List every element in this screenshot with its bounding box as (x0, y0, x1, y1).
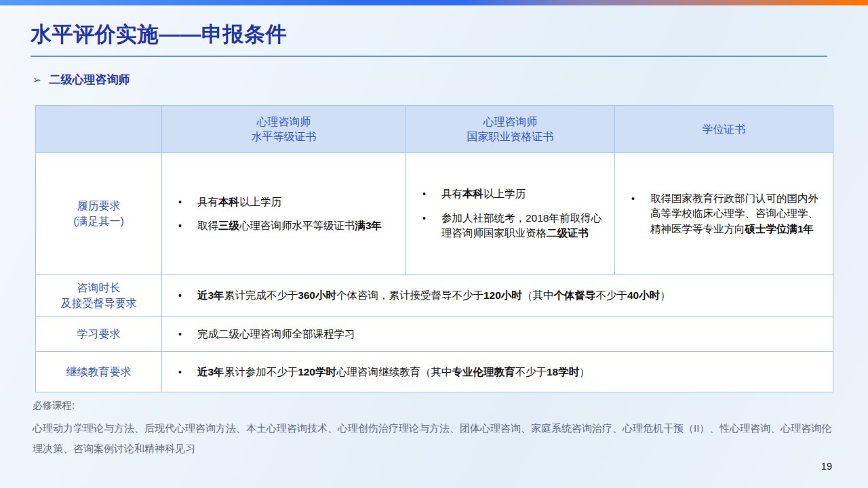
bullet-item: •近3年累计完成不少于360小时个体咨询，累计接受督导不少于120小时（其中个体… (178, 288, 825, 303)
cell-experience-national-certificate: •具有本科以上学历•参加人社部统考，2018年前取得心理咨询师国家职业资格二级证… (406, 153, 615, 275)
bullet-text: 完成二级心理咨询师全部课程学习 (197, 327, 825, 342)
column-header-degree-certificate: 学位证书 (615, 106, 833, 153)
footnote: 必修课程: 心理动力学理论与方法、后现代心理咨询方法、本土心理咨询技术、心理创伤… (33, 399, 841, 459)
row-label-continuing-education: 继续教育要求 (36, 352, 162, 392)
bullet-text: 参加人社部统考，2018年前取得心理咨询师国家职业资格二级证书 (441, 211, 606, 241)
top-gradient-bar (0, 0, 868, 5)
footnote-body: 心理动力学理论与方法、后现代心理咨询方法、本土心理咨询技术、心理创伤治疗理论与方… (33, 418, 841, 459)
footnote-heading: 必修课程: (33, 399, 841, 412)
table-header-row: 心理咨询师 水平等级证书 心理咨询师 国家职业资格证书 学位证书 (36, 106, 833, 153)
column-header-national-certificate: 心理咨询师 国家职业资格证书 (406, 106, 615, 153)
bullet-dot-icon: • (631, 191, 650, 237)
column-header-empty (36, 106, 162, 153)
section-heading: ➢ 二级心理咨询师 (33, 72, 130, 87)
bullet-item: •近3年累计参加不少于120学时心理咨询继续教育（其中专业伦理教育不少于18学时… (178, 365, 825, 380)
bullet-text: 近3年累计参加不少于120学时心理咨询继续教育（其中专业伦理教育不少于18学时） (197, 365, 825, 380)
bullet-text: 具有本科以上学历 (197, 195, 397, 209)
cell-continuing-education: •近3年累计参加不少于120学时心理咨询继续教育（其中专业伦理教育不少于18学时… (162, 352, 833, 392)
requirements-table: 心理咨询师 水平等级证书 心理咨询师 国家职业资格证书 学位证书 履历要求 (满… (35, 105, 833, 392)
title-divider (31, 56, 827, 57)
table-row-study: 学习要求 •完成二级心理咨询师全部课程学习 (36, 317, 833, 352)
column-header-level-certificate: 心理咨询师 水平等级证书 (162, 106, 406, 153)
bullet-item: •取得国家教育行政部门认可的国内外高等学校临床心理学、咨询心理学、精神医学等专业… (631, 191, 825, 237)
bullet-text: 具有本科以上学历 (441, 186, 606, 201)
bullet-text: 取得国家教育行政部门认可的国内外高等学校临床心理学、咨询心理学、精神医学等专业方… (650, 191, 825, 237)
table-row-experience: 履历要求 (满足其一) •具有本科以上学历•取得三级心理咨询师水平等级证书满3年… (36, 153, 833, 275)
row-label-counseling-hours: 咨询时长 及接受督导要求 (36, 275, 162, 317)
cell-counseling-hours: •近3年累计完成不少于360小时个体咨询，累计接受督导不少于120小时（其中个体… (162, 275, 833, 317)
section-label: 二级心理咨询师 (50, 72, 130, 87)
cell-experience-degree-certificate: •取得国家教育行政部门认可的国内外高等学校临床心理学、咨询心理学、精神医学等专业… (615, 153, 833, 275)
bullet-item: •完成二级心理咨询师全部课程学习 (178, 327, 825, 342)
bullet-item: •取得三级心理咨询师水平等级证书满3年 (178, 218, 397, 233)
bullet-item: •具有本科以上学历 (422, 186, 606, 201)
row-label-experience: 履历要求 (满足其一) (36, 153, 162, 275)
bullet-dot-icon: • (178, 365, 197, 380)
bullet-text: 近3年累计完成不少于360小时个体咨询，累计接受督导不少于120小时（其中个体督… (197, 288, 825, 303)
arrow-bullet-icon: ➢ (33, 75, 41, 85)
table-row-continuing-education: 继续教育要求 •近3年累计参加不少于120学时心理咨询继续教育（其中专业伦理教育… (36, 352, 833, 392)
page-number: 19 (821, 461, 832, 472)
bullet-dot-icon: • (178, 218, 197, 233)
table-row-counseling-hours: 咨询时长 及接受督导要求 •近3年累计完成不少于360小时个体咨询，累计接受督导… (36, 275, 833, 317)
bullet-dot-icon: • (422, 186, 441, 201)
bullet-dot-icon: • (178, 327, 197, 342)
bullet-item: •参加人社部统考，2018年前取得心理咨询师国家职业资格二级证书 (422, 211, 606, 241)
slide: 水平评价实施——申报条件 ➢ 二级心理咨询师 心理咨询师 水平等级证书 心理咨询… (0, 0, 868, 488)
bullet-dot-icon: • (178, 288, 197, 303)
bullet-dot-icon: • (178, 195, 197, 209)
bullet-item: •具有本科以上学历 (178, 195, 397, 209)
row-label-study: 学习要求 (36, 317, 162, 352)
page-title: 水平评价实施——申报条件 (31, 20, 287, 49)
cell-study: •完成二级心理咨询师全部课程学习 (162, 317, 833, 352)
cell-experience-level-certificate: •具有本科以上学历•取得三级心理咨询师水平等级证书满3年 (162, 153, 406, 275)
bullet-dot-icon: • (422, 211, 441, 241)
bullet-text: 取得三级心理咨询师水平等级证书满3年 (197, 218, 397, 233)
